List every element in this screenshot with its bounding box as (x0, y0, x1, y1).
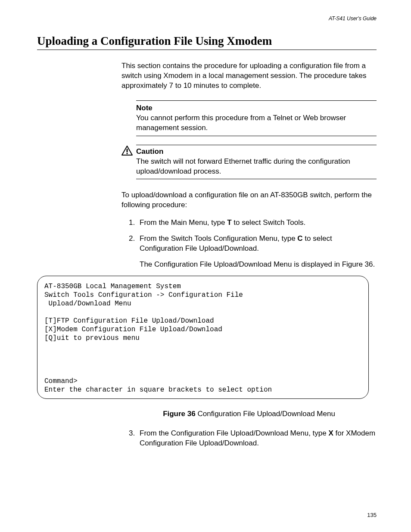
page-number: 135 (367, 512, 377, 518)
step-3: From the Configuration File Upload/Downl… (137, 429, 377, 448)
figure-caption: Figure 36 Configuration File Upload/Down… (121, 409, 377, 419)
svg-rect-1 (127, 153, 128, 154)
caution-wrap: Caution The switch will not forward Ethe… (121, 145, 377, 180)
step-1-pre: From the Main Menu, type (140, 218, 227, 227)
note-box: Note You cannot perform this procedure f… (136, 100, 377, 136)
step-1-post: to select Switch Tools. (232, 218, 306, 227)
figure-label: Figure 36 (163, 410, 196, 418)
caution-icon (121, 146, 133, 156)
header-guide-name: AT-S41 User's Guide (37, 16, 377, 22)
note-label: Note (136, 103, 377, 113)
lead-paragraph: To upload/download a configuration file … (121, 190, 377, 210)
intro-paragraph: This section contains the procedure for … (121, 61, 377, 91)
note-text: You cannot perform this procedure from a… (136, 113, 377, 133)
caution-text: The switch will not forward Ethernet tra… (136, 157, 377, 177)
caution-box: Caution The switch will not forward Ethe… (136, 145, 377, 180)
terminal-screen: AT-8350GB Local Management System Switch… (37, 276, 369, 399)
step-1: From the Main Menu, type T to select Swi… (137, 218, 377, 228)
title-rule (37, 50, 377, 50)
section-title: Uploading a Configuration File Using Xmo… (37, 34, 377, 48)
step-2-key: C (297, 234, 302, 243)
step-1-key: T (227, 218, 231, 227)
figure-caption-text: Configuration File Upload/Download Menu (196, 410, 335, 418)
step-3-key: X (328, 429, 333, 437)
step-2-pre: From the Switch Tools Configuration Menu… (140, 234, 297, 243)
page: AT-S41 User's Guide Uploading a Configur… (0, 0, 411, 532)
step-2: From the Switch Tools Configuration Menu… (137, 234, 377, 270)
steps-list: From the Main Menu, type T to select Swi… (121, 218, 377, 270)
caution-label: Caution (136, 147, 377, 157)
body-column: This section contains the procedure for … (121, 61, 377, 448)
svg-rect-0 (127, 149, 128, 152)
step-2-sub: The Configuration File Upload/Download M… (140, 260, 377, 270)
step-3-pre: From the Configuration File Upload/Downl… (140, 429, 328, 437)
steps-list-continued: From the Configuration File Upload/Downl… (121, 429, 377, 448)
